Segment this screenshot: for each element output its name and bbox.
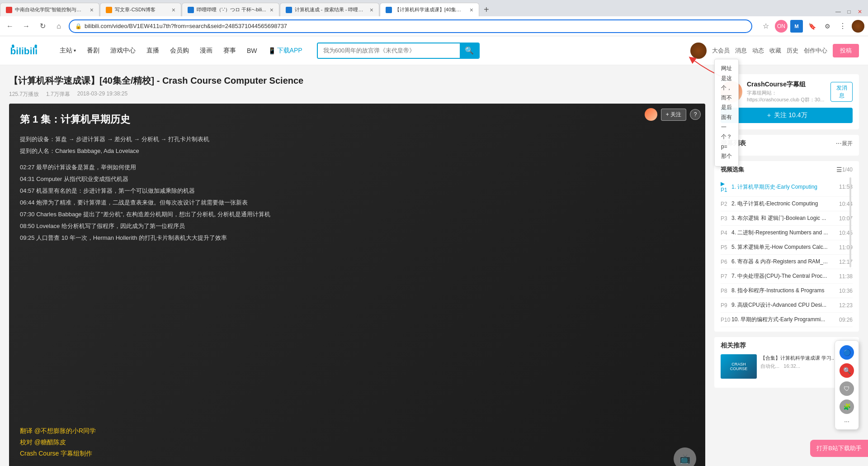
playlist-item-p5[interactable]: P5 5. 算术逻辑单元-How Computers Calc... 11:09 — [721, 240, 853, 255]
popup-puzzle-icon[interactable]: 🧩 — [840, 399, 854, 414]
extension-icon-2[interactable]: 🔖 — [806, 20, 818, 33]
view-count: 125.7万播放 — [9, 90, 39, 98]
channel-mini-avatar — [645, 108, 657, 121]
playlist-item-p9[interactable]: P9 9. 高级CPU设计-Advanced CPU Desi... 12:23 — [721, 298, 853, 313]
tab-1-favicon — [6, 7, 12, 13]
translation-line2: 校对 @糖醋陈皮 — [20, 437, 96, 448]
playlist-item-p3[interactable]: P3 3. 布尔逻辑 和 逻辑门-Boolean Logic ... 10:07 — [721, 211, 853, 226]
playlist-item-p7[interactable]: P7 7. 中央处理器(CPU)-The Central Proc... 11:… — [721, 269, 853, 284]
upload-button[interactable]: 投稿 — [833, 44, 859, 57]
translation-line1: 翻译 @不想膨胀的小R同学 — [20, 425, 96, 437]
bookmark-star-icon[interactable]: ☆ — [760, 20, 772, 33]
nav-dynamic[interactable]: 动态 — [752, 47, 764, 55]
home-button[interactable]: ⌂ — [52, 20, 65, 33]
search-input[interactable] — [318, 43, 460, 58]
address-bar-row: ← → ↻ ⌂ 🔒 bilibili.com/video/BV1EW411u7t… — [0, 16, 868, 36]
playlist-scrollbar[interactable] — [848, 177, 853, 327]
tab-2[interactable]: 写文章-CSDN博客 × — [100, 3, 181, 16]
player-follow-button[interactable]: + 关注 — [661, 109, 686, 121]
nav-bw[interactable]: BW — [241, 36, 263, 65]
popup-shield-icon[interactable]: 🛡 — [840, 381, 854, 396]
nav-favorites[interactable]: 收藏 — [769, 47, 781, 55]
danmaku-list-expand[interactable]: 展开 — [842, 140, 853, 147]
search-button[interactable]: 🔍 — [460, 43, 479, 58]
extension-icon-1[interactable]: ON — [775, 20, 788, 33]
episode-title: 第 1 集：计算机早期历史 — [20, 113, 694, 126]
tab-1[interactable]: 中南自动化学院"智能控制与优化... × — [0, 3, 99, 16]
timestamp-0: 02:27 最早的计算设备是算盘，举例如何使用 — [20, 162, 694, 173]
playlist-item-p8[interactable]: P8 8. 指令和程序-Instructions & Programs 10:3… — [721, 284, 853, 298]
nav-anime[interactable]: 番剧 — [81, 36, 105, 65]
playlist-num-p6: P6 — [721, 259, 731, 265]
video-notes: 提到的设备：算盘 → 步进计算器 → 差分机 → 分析机 → 打孔卡片制表机 提… — [20, 133, 694, 244]
popup-more-icon[interactable]: ··· — [840, 418, 854, 425]
playlist-item-p1[interactable]: ▶ P1 1. 计算机早期历史-Early Computing 11:53 — [721, 177, 853, 197]
maximize-button[interactable]: □ — [844, 7, 854, 16]
search-box[interactable]: 🔍 — [317, 43, 480, 59]
tab-3-label: 哔哩哔哩（'-'）つロ 干杯~-bili... — [197, 6, 266, 13]
tab-3-close[interactable]: × — [266, 6, 274, 14]
nav-sports[interactable]: 赛事 — [218, 36, 241, 65]
tab-4[interactable]: 计算机速成 - 搜索结果 - 哔哩哔... × — [280, 3, 379, 16]
popup-bluetooth-icon[interactable]: 🔵 — [840, 345, 854, 360]
bilibili-logo-svg: bilibili — [9, 44, 45, 57]
nav-manga[interactable]: 漫画 — [194, 36, 218, 65]
timestamp-5: 08:50 Lovelace 给分析机写了假程序，因此成为了第一位程序员 — [20, 220, 694, 232]
address-bar[interactable]: 🔒 bilibili.com/video/BV1EW411u7th?from=s… — [69, 19, 752, 33]
nav-history[interactable]: 历史 — [787, 47, 798, 55]
new-tab-button[interactable]: + — [480, 3, 493, 16]
menu-icon[interactable]: ⋮ — [836, 20, 849, 33]
nav-manga-label: 漫画 — [200, 47, 212, 55]
danmaku-list-more[interactable]: ··· — [836, 139, 842, 147]
tab-4-close[interactable]: × — [366, 6, 373, 14]
download-helper-button[interactable]: 打开B站下载助手 — [810, 440, 868, 457]
related-item-1[interactable]: CRASH COURSE 【合集】计算机科学速成课 学习... 自动化... 1… — [721, 354, 853, 379]
tab-3[interactable]: 哔哩哔哩（'-'）つロ 干杯~-bili... × — [182, 3, 279, 16]
nav-message[interactable]: 消息 — [735, 47, 747, 55]
timestamp-1: 04:31 Computer 从指代职业变成指代机器 — [20, 173, 694, 185]
tab-4-label: 计算机速成 - 搜索结果 - 哔哩哔... — [295, 6, 366, 13]
playlist-item-p2[interactable]: P2 2. 电子计算机-Electronic Computing 10:44 — [721, 197, 853, 211]
translation-line3: Crash Course 字幕组制作 — [20, 448, 96, 459]
forward-button[interactable]: → — [20, 20, 33, 33]
nav-game-center-label: 游戏中心 — [110, 47, 136, 55]
playlist-num-p9: P9 — [721, 302, 731, 309]
playlist-item-p10[interactable]: P10 10. 早期的编程方式-Early Programmi... 09:26 — [721, 313, 853, 327]
minimize-button[interactable]: — — [834, 7, 843, 16]
video-area: 【计算机科学速成课】[40集全/精校] - Crash Course Compu… — [9, 74, 705, 466]
extension-icon-3[interactable]: ⚙ — [821, 20, 834, 33]
playlist-list-icon[interactable]: ☰ — [836, 166, 842, 173]
bookmark-manager-icon[interactable]: M — [790, 20, 803, 33]
bilibili-logo[interactable]: bilibili — [9, 44, 45, 57]
tab-2-close[interactable]: × — [168, 6, 175, 14]
video-player[interactable]: + 关注 ? 第 1 集：计算机早期历史 提到的设备：算盘 → 步进计算器 → … — [9, 104, 705, 466]
popup-search-icon[interactable]: 🔍 — [840, 363, 854, 378]
back-button[interactable]: ← — [4, 20, 16, 33]
nav-premium[interactable]: 会员购 — [165, 36, 194, 65]
close-window-button[interactable]: ✕ — [855, 7, 864, 16]
tab-1-close[interactable]: × — [86, 6, 94, 14]
nav-vip[interactable]: 大会员 — [712, 47, 730, 55]
nav-live-label: 直播 — [146, 47, 159, 55]
nav-sports-label: 赛事 — [223, 47, 236, 55]
player-help-button[interactable]: ? — [690, 109, 701, 120]
playlist-item-p4[interactable]: P4 4. 二进制-Representing Numbers and ... 1… — [721, 226, 853, 240]
tab-5[interactable]: 【计算机科学速成课】[40集全/精... × — [380, 3, 479, 16]
follow-channel-button[interactable]: ＋ 关注 10.4万 — [721, 108, 853, 123]
browser-profile-avatar[interactable] — [852, 20, 864, 33]
playlist-title-p4: 4. 二进制-Representing Numbers and ... — [731, 229, 836, 237]
playlist-num-p7: P7 — [721, 273, 731, 280]
nav-live[interactable]: 直播 — [141, 36, 165, 65]
refresh-button[interactable]: ↻ — [36, 20, 49, 33]
nav-premium-label: 会员购 — [170, 47, 189, 55]
channel-details: CrashCourse字幕组 字幕组网站：https://crashcourse… — [747, 81, 826, 103]
nav-creator-center[interactable]: 创作中心 — [804, 47, 827, 55]
nav-download-app[interactable]: 📱 下载APP — [263, 36, 308, 65]
timestamp-4: 07:30 Charles Babbage 提出了"差分机", 在构造差分机期间… — [20, 209, 694, 220]
tab-5-close[interactable]: × — [466, 6, 473, 14]
channel-name: CrashCourse字幕组 — [747, 81, 826, 89]
send-message-button[interactable]: 发消息 — [830, 82, 853, 102]
playlist-item-p6[interactable]: P6 6. 寄存器 & 内存-Registers and RAM_... 12:… — [721, 255, 853, 269]
nav-game-center[interactable]: 游戏中心 — [105, 36, 141, 65]
nav-home[interactable]: 主站 ▾ — [54, 36, 81, 65]
